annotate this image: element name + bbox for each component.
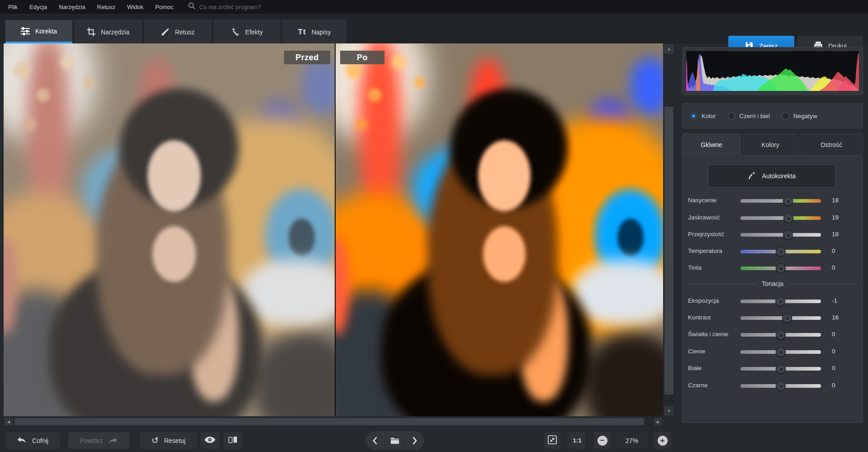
section-title: Tonacja	[762, 280, 783, 287]
slider-value: 0	[832, 247, 835, 254]
radio-icon[interactable]	[728, 112, 735, 120]
tab-narzedzia[interactable]: Narzędzia	[74, 20, 142, 43]
slider-thumb[interactable]	[783, 196, 793, 206]
reset-label: Resetuj	[164, 437, 185, 444]
slider-thumb[interactable]	[776, 364, 786, 374]
slider-row-swiatla-i-cienie: Światła i cienie 0	[683, 328, 863, 342]
jaskrawosc-slider[interactable]	[740, 216, 821, 220]
photo-after[interactable]	[336, 43, 663, 416]
slider-value: 19	[832, 214, 839, 221]
tab-retusz[interactable]: Retusz	[144, 20, 212, 43]
minus-icon: −	[598, 436, 607, 446]
scroll-left-button[interactable]: ◀	[4, 417, 14, 426]
slider-thumb[interactable]	[776, 347, 786, 357]
slider-thumb[interactable]	[776, 247, 786, 257]
slider-thumb[interactable]	[782, 313, 792, 323]
slider-value: 16	[832, 314, 839, 321]
compare-icon	[228, 436, 237, 445]
panel-tab-kolory[interactable]: Kolory	[743, 133, 798, 155]
biale-slider[interactable]	[740, 367, 821, 371]
menu-edycja[interactable]: Edycja	[29, 4, 47, 10]
czarne-slider[interactable]	[740, 384, 821, 388]
prev-photo-button[interactable]	[365, 431, 385, 450]
przejrzystosc-slider[interactable]	[740, 233, 821, 237]
actual-size-button[interactable]: 1:1	[569, 432, 586, 449]
menu-narzedzia[interactable]: Narzędzia	[59, 4, 85, 10]
reset-button[interactable]: ↺ Resetuj	[140, 432, 197, 449]
ribbon-bar: Korekta Narzędzia Retusz Efekty Tt Napis…	[0, 14, 868, 43]
menu-pomoc[interactable]: Pomoc	[155, 4, 173, 10]
menu-retusz[interactable]: Retusz	[97, 4, 115, 10]
eye-icon	[204, 437, 215, 444]
scroll-right-button[interactable]: ▶	[653, 417, 663, 426]
cienie-slider[interactable]	[740, 350, 821, 354]
temperatura-slider[interactable]	[740, 250, 821, 253]
slider-thumb[interactable]	[776, 330, 786, 340]
slider-thumb[interactable]	[783, 230, 793, 240]
color-mode-card: Kolor Czerń i biel Negatyw	[682, 103, 863, 128]
scroll-down-button[interactable]: ▼	[664, 405, 674, 416]
mode-negatyw[interactable]: Negatyw	[782, 112, 817, 120]
slider-value: 18	[832, 197, 839, 204]
tab-label: Retusz	[175, 29, 195, 36]
radio-selected-icon[interactable]	[690, 112, 697, 120]
panel-tab-ostrosc[interactable]: Ostrość	[800, 133, 863, 155]
histogram	[686, 51, 859, 91]
mode-kolor[interactable]: Kolor	[690, 112, 716, 120]
slider-row-temperatura: Temperatura 0	[683, 245, 863, 258]
preview-original-button[interactable]	[200, 432, 219, 449]
zoom-in-button[interactable]: +	[654, 432, 671, 449]
tab-napisy[interactable]: Tt Napisy	[282, 20, 346, 43]
file-navigation	[365, 431, 424, 450]
compare-view-button[interactable]	[223, 432, 242, 449]
horizontal-scroll-thumb[interactable]	[14, 418, 644, 425]
slider-row-biale: Białe 0	[683, 362, 863, 376]
ekspozycja-slider[interactable]	[740, 300, 821, 303]
adjustments-panel: Kolor Czerń i biel Negatyw Główne Kolory…	[679, 43, 865, 426]
sliders-icon	[21, 27, 30, 35]
kontrast-slider[interactable]	[740, 316, 821, 320]
photo-canvas: Przed Po	[4, 43, 663, 416]
swiatla-i-cienie-slider[interactable]	[740, 333, 821, 337]
radio-icon[interactable]	[782, 112, 789, 120]
menu-widok[interactable]: Widok	[127, 4, 143, 10]
slider-thumb[interactable]	[775, 296, 785, 306]
tab-label: Napisy	[312, 29, 331, 36]
next-photo-button[interactable]	[405, 431, 424, 450]
slider-thumb[interactable]	[776, 381, 786, 391]
fit-to-screen-button[interactable]	[544, 432, 560, 449]
horizontal-scrollbar[interactable]: ◀ ▶	[4, 417, 663, 426]
slider-label: Kontrast	[688, 314, 711, 321]
mode-czern-i-biel[interactable]: Czerń i biel	[728, 112, 770, 120]
fit-icon	[548, 435, 557, 446]
tab-korekta[interactable]: Korekta	[5, 20, 72, 43]
slider-thumb[interactable]	[783, 213, 793, 223]
reset-icon: ↺	[152, 436, 159, 445]
photo-before[interactable]	[4, 43, 335, 416]
plus-icon: +	[658, 436, 668, 446]
undo-button[interactable]: Cofnij	[5, 432, 60, 449]
zoom-level-display: 27%	[617, 432, 647, 449]
zoom-level-value: 27%	[626, 437, 638, 444]
search-input[interactable]	[199, 4, 317, 10]
wand-icon	[231, 28, 240, 36]
slider-label: Światła i cienie	[688, 331, 728, 338]
tinta-slider[interactable]	[740, 266, 821, 270]
slider-value: 0	[832, 331, 835, 338]
panel-tab-glowne[interactable]: Główne	[682, 133, 741, 156]
redo-icon	[108, 438, 118, 443]
vertical-scrollbar[interactable]: ▲ ▼	[663, 43, 675, 416]
slider-thumb[interactable]	[776, 263, 786, 273]
menu-bar: Plik Edycja Narzędzia Retusz Widok Pomoc	[0, 0, 868, 14]
folder-icon	[390, 437, 399, 444]
nasycenie-slider[interactable]	[740, 199, 821, 203]
scroll-up-button[interactable]: ▲	[664, 43, 674, 54]
zoom-out-button[interactable]: −	[593, 432, 611, 449]
menu-plik[interactable]: Plik	[8, 4, 18, 10]
open-folder-button[interactable]	[385, 431, 405, 450]
redo-button[interactable]: Powtórz	[68, 432, 130, 449]
tab-efekty[interactable]: Efekty	[213, 20, 280, 43]
autocorrect-button[interactable]: Autokorekta	[708, 165, 835, 187]
vertical-scroll-thumb[interactable]	[664, 107, 674, 395]
slider-label: Przejrzystość	[688, 231, 724, 238]
